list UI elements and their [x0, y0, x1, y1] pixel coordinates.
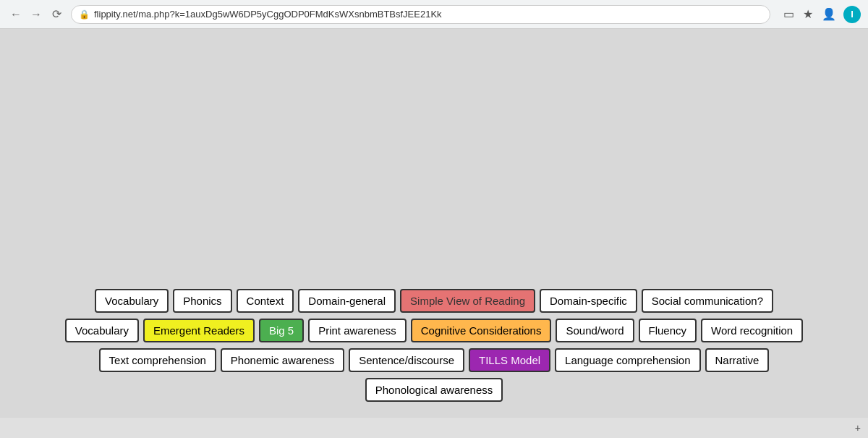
tag-fluency[interactable]: Fluency — [639, 319, 697, 342]
tag-context[interactable]: Context — [237, 289, 294, 313]
tag-cognitive-considerations[interactable]: Cognitive Considerations — [411, 319, 552, 342]
nav-buttons: ← → ⟳ — [7, 6, 65, 23]
browser-actions: ▭ ★ 👤 I — [782, 6, 861, 23]
tag-row-3: Text comprehension Phonemic awareness Se… — [99, 348, 770, 372]
bottom-bar: + — [0, 418, 868, 438]
tag-row-4: Phonological awareness — [365, 378, 503, 402]
forward-button[interactable]: → — [27, 6, 45, 23]
zoom-button[interactable]: + — [855, 422, 861, 434]
tag-social-communication[interactable]: Social communication? — [642, 289, 773, 313]
tag-domain-specific[interactable]: Domain-specific — [540, 289, 637, 313]
tag-phonemic-awareness[interactable]: Phonemic awareness — [221, 348, 344, 372]
tag-vocabulary-2[interactable]: Vocabulary — [65, 319, 139, 342]
tag-row-1: Vocabulary Phonics Context Domain-genera… — [95, 289, 773, 313]
tag-text-comprehension[interactable]: Text comprehension — [99, 348, 216, 372]
tag-sentence-discourse[interactable]: Sentence/discourse — [349, 348, 464, 372]
tag-row-2: Vocabulary Emergent Readers Big 5 Print … — [65, 319, 803, 342]
tag-simple-view[interactable]: Simple View of Reading — [400, 289, 535, 313]
cast-icon[interactable]: ▭ — [782, 6, 796, 22]
tag-word-recognition[interactable]: Word recognition — [701, 319, 803, 342]
tag-emergent-readers[interactable]: Emergent Readers — [143, 319, 255, 342]
browser-chrome: ← → ⟳ 🔒 flippity.net/ma.php?k=1auxDg5wW6… — [0, 0, 868, 29]
tag-language-comprehension[interactable]: Language comprehension — [555, 348, 700, 372]
url-text: flippity.net/ma.php?k=1auxDg5wW6DP5yCggO… — [94, 9, 442, 20]
tag-tills-model[interactable]: TILLS Model — [469, 348, 550, 372]
tag-domain-general[interactable]: Domain-general — [298, 289, 396, 313]
tag-narrative[interactable]: Narrative — [705, 348, 770, 372]
main-content: Vocabulary Phonics Context Domain-genera… — [0, 29, 868, 438]
back-button[interactable]: ← — [7, 6, 25, 23]
address-bar[interactable]: 🔒 flippity.net/ma.php?k=1auxDg5wW6DP5yCg… — [71, 5, 770, 24]
tag-phonics[interactable]: Phonics — [173, 289, 231, 313]
avatar: I — [843, 6, 861, 23]
lock-icon: 🔒 — [79, 9, 90, 20]
tag-print-awareness[interactable]: Print awareness — [308, 319, 407, 342]
bookmark-icon[interactable]: ★ — [801, 6, 814, 22]
tag-vocabulary-1[interactable]: Vocabulary — [95, 289, 169, 313]
tag-sound-word[interactable]: Sound/word — [556, 319, 634, 342]
tag-phonological-awareness[interactable]: Phonological awareness — [365, 378, 503, 402]
profile-icon[interactable]: 👤 — [820, 6, 838, 22]
reload-button[interactable]: ⟳ — [48, 6, 65, 23]
tag-big5[interactable]: Big 5 — [259, 319, 304, 342]
tag-area: Vocabulary Phonics Context Domain-genera… — [0, 289, 868, 402]
